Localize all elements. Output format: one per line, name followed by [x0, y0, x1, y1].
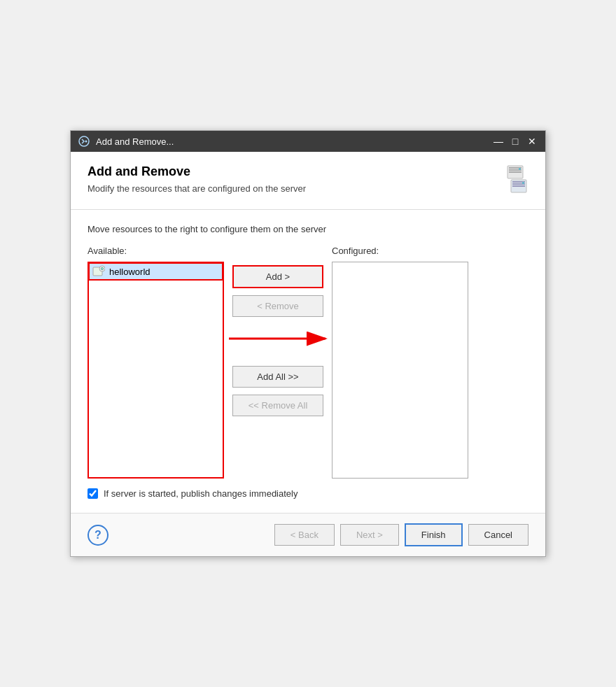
help-button[interactable]: ? [88, 525, 108, 546]
window-icon [78, 135, 90, 148]
maximize-button[interactable]: □ [509, 135, 522, 148]
add-button[interactable]: Add > [232, 265, 323, 288]
checkbox-label: If server is started, publish changes im… [104, 488, 298, 499]
minimize-button[interactable]: — [492, 135, 505, 148]
checkbox-row: If server is started, publish changes im… [88, 488, 528, 499]
title-bar: Add and Remove... — □ ✕ [71, 131, 545, 152]
available-section: Available: helloworld [88, 246, 224, 479]
content-area: Move resources to the right to configure… [71, 210, 545, 513]
publish-checkbox[interactable] [88, 488, 98, 499]
buttons-section: Add > < Remove Add All >> << Remove All [224, 246, 332, 416]
columns-layout: Available: helloworld Add > [88, 246, 528, 479]
finish-button[interactable]: Finish [405, 523, 463, 546]
instruction-text: Move resources to the right to configure… [88, 224, 528, 234]
back-button[interactable]: < Back [274, 524, 335, 546]
next-button[interactable]: Next > [340, 524, 399, 546]
available-list[interactable]: helloworld [88, 262, 224, 479]
red-arrow-icon [222, 328, 334, 349]
configured-list[interactable] [332, 262, 468, 479]
header-subtitle: Modify the resources that are configured… [88, 183, 306, 194]
item-name: helloworld [109, 267, 150, 277]
svg-rect-11 [522, 182, 524, 184]
title-bar-text: Add and Remove... [96, 136, 486, 147]
available-label: Available: [88, 246, 224, 256]
configured-label: Configured: [332, 246, 468, 256]
header-title: Add and Remove [88, 164, 306, 179]
svg-point-1 [85, 141, 88, 143]
remove-button[interactable]: < Remove [232, 295, 323, 317]
module-icon [92, 265, 105, 278]
add-all-button[interactable]: Add All >> [232, 366, 323, 388]
footer: ? < Back Next > Finish Cancel [71, 513, 545, 556]
configured-section: Configured: [332, 246, 468, 479]
svg-rect-5 [509, 171, 522, 173]
list-item[interactable]: helloworld [88, 262, 223, 281]
server-icon [486, 164, 528, 199]
close-button[interactable]: ✕ [526, 135, 538, 148]
header-text: Add and Remove Modify the resources that… [88, 164, 306, 194]
header-section: Add and Remove Modify the resources that… [71, 152, 545, 210]
remove-all-button[interactable]: << Remove All [232, 395, 323, 416]
svg-rect-10 [512, 185, 525, 187]
cancel-button[interactable]: Cancel [468, 524, 528, 546]
main-window: Add and Remove... — □ ✕ Add and Remove M… [70, 130, 546, 557]
svg-rect-6 [519, 168, 521, 170]
title-bar-controls: — □ ✕ [492, 135, 538, 148]
